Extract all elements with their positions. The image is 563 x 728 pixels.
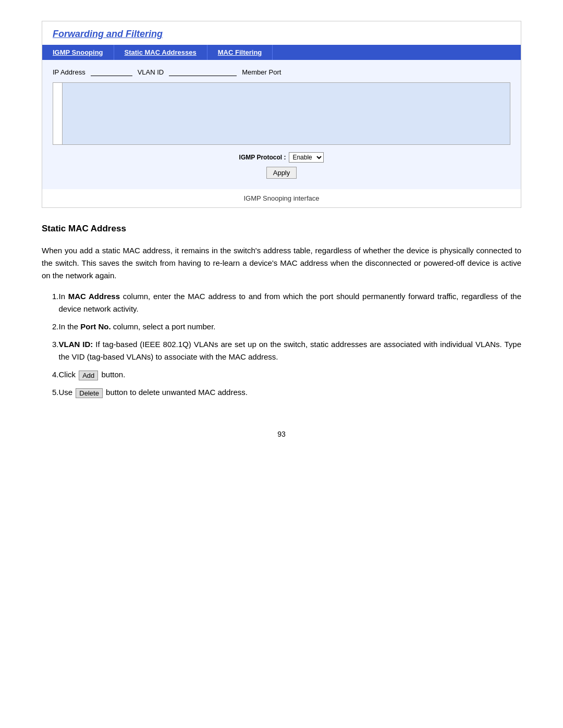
- tab-bar: IGMP Snooping Static MAC Addresses MAC F…: [42, 45, 521, 60]
- step-1-content: In MAC Address column, enter the MAC add…: [59, 290, 521, 315]
- step-4-num: 4.: [42, 368, 59, 381]
- step-5: 5. Use Delete button to delete unwanted …: [42, 386, 521, 399]
- tab-static-mac[interactable]: Static MAC Addresses: [114, 45, 207, 60]
- apply-button[interactable]: Apply: [266, 167, 297, 179]
- section-title: Static MAC Address: [42, 224, 521, 234]
- step-2-content: In the Port No. column, select a port nu…: [59, 320, 521, 333]
- vlan-id-underline: [169, 69, 237, 76]
- delete-button[interactable]: Delete: [76, 388, 103, 398]
- step-1-bold: MAC Address: [68, 292, 120, 301]
- step-3-bold: VLAN ID:: [59, 340, 93, 349]
- step-1-num: 1.: [42, 290, 59, 303]
- protocol-row: IGMP Protocol : Enable Disable: [53, 152, 510, 163]
- step-3-content: VLAN ID: If tag-based (IEEE 802.1Q) VLAN…: [59, 338, 521, 363]
- step-5-num: 5.: [42, 386, 59, 399]
- vlan-id-label: VLAN ID: [138, 68, 164, 76]
- step-2-bold: Port No.: [80, 322, 111, 331]
- ip-address-label: IP Address: [53, 68, 85, 76]
- step-2-text: column, select a port number.: [111, 322, 216, 331]
- protocol-select[interactable]: Enable Disable: [289, 152, 324, 163]
- ip-address-underline: [91, 69, 132, 76]
- intro-text: When you add a static MAC address, it re…: [42, 244, 521, 282]
- step-4: 4. Click Add button.: [42, 368, 521, 381]
- step-1-prefix: In: [59, 292, 68, 301]
- add-button[interactable]: Add: [79, 371, 98, 380]
- step-1-text: column, enter the MAC address to and fro…: [59, 292, 522, 313]
- step-4-content: Click Add button.: [59, 368, 521, 381]
- tab-mac-filtering[interactable]: MAC Filtering: [207, 45, 273, 60]
- table-main: [62, 82, 510, 145]
- page-number: 93: [42, 430, 521, 438]
- table-area: [53, 82, 510, 145]
- table-sidebar: [53, 82, 62, 145]
- steps-list: 1. In MAC Address column, enter the MAC …: [42, 290, 521, 399]
- step-2-prefix: In the: [59, 322, 81, 331]
- step-1: 1. In MAC Address column, enter the MAC …: [42, 290, 521, 315]
- step-2: 2. In the Port No. column, select a port…: [42, 320, 521, 333]
- step-4-prefix: Click: [59, 370, 78, 379]
- step-3: 3. VLAN ID: If tag-based (IEEE 802.1Q) V…: [42, 338, 521, 363]
- interface-box: Forwarding and Filtering IGMP Snooping S…: [42, 21, 521, 208]
- step-3-num: 3.: [42, 338, 59, 351]
- protocol-label: IGMP Protocol :: [239, 154, 286, 161]
- step-2-num: 2.: [42, 320, 59, 333]
- step-3-text: If tag-based (IEEE 802.1Q) VLANs are set…: [59, 340, 521, 361]
- member-port-label: Member Port: [242, 68, 281, 76]
- interface-caption: IGMP Snooping interface: [42, 194, 521, 207]
- field-row: IP Address VLAN ID Member Port: [53, 68, 510, 76]
- step-4-text: button.: [99, 370, 125, 379]
- page-container: Forwarding and Filtering IGMP Snooping S…: [42, 21, 521, 438]
- page-title: Forwarding and Filtering: [42, 21, 521, 45]
- step-5-content: Use Delete button to delete unwanted MAC…: [59, 386, 521, 399]
- tab-igmp-snooping[interactable]: IGMP Snooping: [42, 45, 114, 60]
- step-5-text: button to delete unwanted MAC address.: [104, 388, 248, 397]
- step-5-prefix: Use: [59, 388, 75, 397]
- interface-content: IP Address VLAN ID Member Port IGMP Prot…: [42, 60, 521, 189]
- static-mac-section: Static MAC Address When you add a static…: [42, 224, 521, 399]
